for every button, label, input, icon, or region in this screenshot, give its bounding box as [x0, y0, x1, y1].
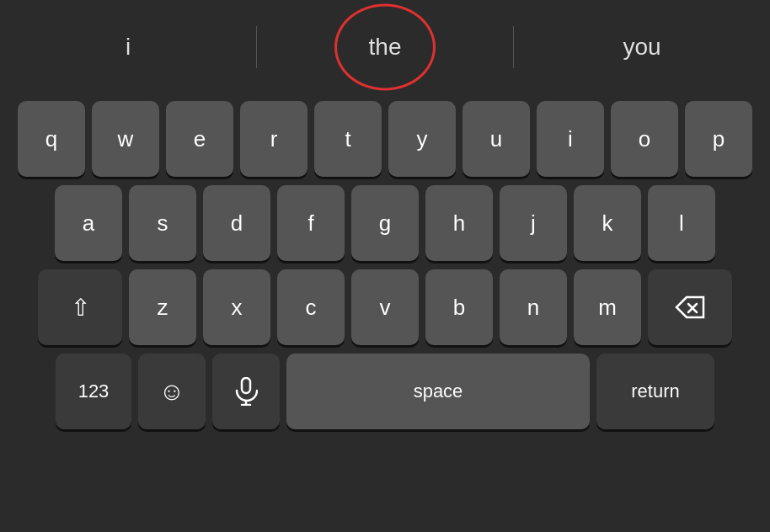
key-t[interactable]: t	[314, 101, 382, 177]
keyboard: q w e r t y u i o p a s d f g h j k l ⇧ …	[0, 94, 770, 532]
key-j[interactable]: j	[500, 185, 567, 261]
shift-icon: ⇧	[71, 294, 90, 322]
key-k[interactable]: k	[574, 185, 641, 261]
key-u[interactable]: u	[463, 101, 530, 177]
key-z[interactable]: z	[129, 269, 196, 345]
key-p[interactable]: p	[685, 101, 752, 177]
space-key[interactable]: space	[286, 354, 590, 429]
svg-rect-2	[242, 378, 250, 393]
key-a[interactable]: a	[55, 185, 122, 261]
key-f[interactable]: f	[277, 185, 345, 261]
key-q[interactable]: q	[18, 101, 85, 177]
space-label: space	[414, 380, 463, 402]
key-b[interactable]: b	[425, 269, 493, 345]
key-e[interactable]: e	[166, 101, 233, 177]
key-row-2: a s d f g h j k l	[5, 185, 765, 261]
emoji-key[interactable]: ☺	[138, 354, 206, 429]
num-key[interactable]: 123	[56, 354, 131, 429]
backspace-icon	[675, 295, 705, 319]
mic-key[interactable]	[212, 354, 280, 429]
key-x[interactable]: x	[203, 269, 270, 345]
key-g[interactable]: g	[351, 185, 419, 261]
prediction-right[interactable]: you	[514, 0, 770, 94]
key-i[interactable]: i	[537, 101, 604, 177]
key-r[interactable]: r	[240, 101, 307, 177]
key-c[interactable]: c	[277, 269, 345, 345]
key-v[interactable]: v	[351, 269, 419, 345]
backspace-key[interactable]	[648, 269, 732, 345]
mic-icon	[234, 377, 258, 406]
key-row-1: q w e r t y u i o p	[5, 101, 765, 177]
key-n[interactable]: n	[500, 269, 567, 345]
return-label: return	[631, 380, 679, 402]
num-label: 123	[78, 380, 110, 402]
key-h[interactable]: h	[425, 185, 493, 261]
shift-key[interactable]: ⇧	[38, 269, 122, 345]
key-d[interactable]: d	[203, 185, 270, 261]
key-l[interactable]: l	[648, 185, 715, 261]
key-o[interactable]: o	[611, 101, 678, 177]
key-y[interactable]: y	[388, 101, 456, 177]
key-w[interactable]: w	[92, 101, 159, 177]
key-m[interactable]: m	[574, 269, 641, 345]
key-s[interactable]: s	[129, 185, 196, 261]
prediction-left[interactable]: i	[0, 0, 256, 94]
emoji-icon: ☺	[159, 377, 185, 406]
key-row-4: 123 ☺ space return	[5, 354, 765, 429]
predictive-bar: i the you	[0, 0, 770, 94]
return-key[interactable]: return	[596, 354, 714, 429]
prediction-center[interactable]: the	[257, 0, 513, 94]
key-row-3: ⇧ z x c v b n m	[5, 269, 765, 345]
